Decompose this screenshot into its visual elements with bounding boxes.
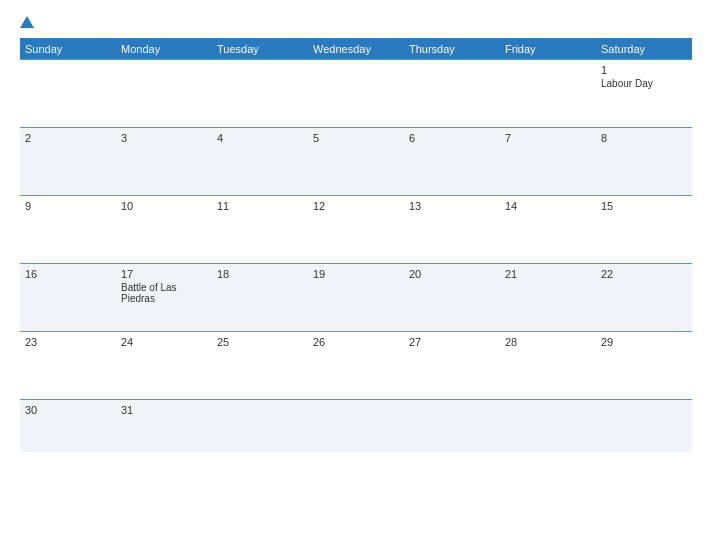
weekday-header-thursday: Thursday	[404, 38, 500, 60]
day-number: 4	[217, 132, 303, 144]
calendar-week-row: 3031	[20, 400, 692, 452]
calendar-cell: 14	[500, 196, 596, 264]
calendar-cell: 11	[212, 196, 308, 264]
calendar-week-row: 23242526272829	[20, 332, 692, 400]
calendar-page: SundayMondayTuesdayWednesdayThursdayFrid…	[0, 0, 712, 550]
day-number: 28	[505, 336, 591, 348]
weekday-header-tuesday: Tuesday	[212, 38, 308, 60]
day-number: 24	[121, 336, 207, 348]
calendar-table: SundayMondayTuesdayWednesdayThursdayFrid…	[20, 38, 692, 452]
day-number: 21	[505, 268, 591, 280]
calendar-cell: 15	[596, 196, 692, 264]
calendar-cell: 13	[404, 196, 500, 264]
day-number: 14	[505, 200, 591, 212]
calendar-cell: 5	[308, 128, 404, 196]
calendar-cell	[20, 60, 116, 128]
day-number: 7	[505, 132, 591, 144]
holiday-name: Labour Day	[601, 78, 687, 89]
calendar-cell: 24	[116, 332, 212, 400]
day-number: 19	[313, 268, 399, 280]
calendar-cell: 8	[596, 128, 692, 196]
calendar-cell: 19	[308, 264, 404, 332]
calendar-cell: 7	[500, 128, 596, 196]
calendar-cell: 25	[212, 332, 308, 400]
calendar-cell: 26	[308, 332, 404, 400]
calendar-cell	[212, 400, 308, 452]
day-number: 6	[409, 132, 495, 144]
calendar-cell	[116, 60, 212, 128]
calendar-week-row: 1Labour Day	[20, 60, 692, 128]
calendar-header	[20, 18, 692, 28]
day-number: 1	[601, 64, 687, 76]
calendar-cell: 16	[20, 264, 116, 332]
holiday-name: Battle of Las Piedras	[121, 282, 207, 304]
day-number: 13	[409, 200, 495, 212]
calendar-week-row: 1617Battle of Las Piedras1819202122	[20, 264, 692, 332]
weekday-header-saturday: Saturday	[596, 38, 692, 60]
calendar-week-row: 9101112131415	[20, 196, 692, 264]
weekday-header-monday: Monday	[116, 38, 212, 60]
calendar-cell: 22	[596, 264, 692, 332]
weekday-header-friday: Friday	[500, 38, 596, 60]
day-number: 3	[121, 132, 207, 144]
logo-triangle-icon	[20, 16, 34, 28]
calendar-cell: 1Labour Day	[596, 60, 692, 128]
day-number: 26	[313, 336, 399, 348]
day-number: 23	[25, 336, 111, 348]
weekday-header-sunday: Sunday	[20, 38, 116, 60]
calendar-cell	[404, 60, 500, 128]
calendar-cell: 4	[212, 128, 308, 196]
day-number: 9	[25, 200, 111, 212]
day-number: 30	[25, 404, 111, 416]
day-number: 8	[601, 132, 687, 144]
day-number: 29	[601, 336, 687, 348]
day-number: 25	[217, 336, 303, 348]
calendar-cell	[212, 60, 308, 128]
calendar-cell: 2	[20, 128, 116, 196]
logo	[20, 18, 36, 28]
day-number: 27	[409, 336, 495, 348]
logo-blue-text	[20, 18, 36, 28]
day-number: 15	[601, 200, 687, 212]
calendar-cell: 3	[116, 128, 212, 196]
day-number: 5	[313, 132, 399, 144]
calendar-cell: 23	[20, 332, 116, 400]
day-number: 16	[25, 268, 111, 280]
calendar-cell	[500, 400, 596, 452]
calendar-cell: 29	[596, 332, 692, 400]
calendar-cell: 21	[500, 264, 596, 332]
calendar-cell: 18	[212, 264, 308, 332]
calendar-cell: 17Battle of Las Piedras	[116, 264, 212, 332]
weekday-header-wednesday: Wednesday	[308, 38, 404, 60]
day-number: 22	[601, 268, 687, 280]
day-number: 10	[121, 200, 207, 212]
calendar-cell: 28	[500, 332, 596, 400]
calendar-week-row: 2345678	[20, 128, 692, 196]
calendar-cell: 27	[404, 332, 500, 400]
day-number: 18	[217, 268, 303, 280]
weekday-header-row: SundayMondayTuesdayWednesdayThursdayFrid…	[20, 38, 692, 60]
calendar-cell	[308, 60, 404, 128]
calendar-cell: 20	[404, 264, 500, 332]
day-number: 31	[121, 404, 207, 416]
day-number: 17	[121, 268, 207, 280]
calendar-cell: 9	[20, 196, 116, 264]
calendar-cell: 31	[116, 400, 212, 452]
calendar-cell	[596, 400, 692, 452]
day-number: 2	[25, 132, 111, 144]
day-number: 12	[313, 200, 399, 212]
calendar-cell: 10	[116, 196, 212, 264]
calendar-cell: 6	[404, 128, 500, 196]
calendar-cell	[404, 400, 500, 452]
calendar-cell	[308, 400, 404, 452]
calendar-cell: 12	[308, 196, 404, 264]
calendar-cell: 30	[20, 400, 116, 452]
day-number: 20	[409, 268, 495, 280]
day-number: 11	[217, 200, 303, 212]
calendar-cell	[500, 60, 596, 128]
